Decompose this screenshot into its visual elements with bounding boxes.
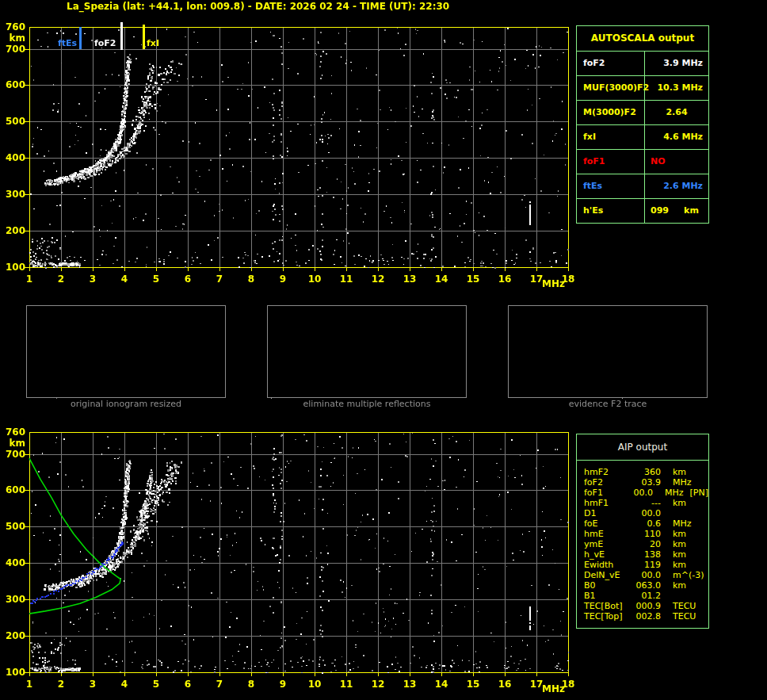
aip-param-value: 110 xyxy=(629,529,661,539)
aip-param-name: foF1 xyxy=(577,488,624,498)
y-tick-label: 300 xyxy=(2,595,25,605)
autoscala-row-value: 099 km xyxy=(645,199,708,223)
aip-param-value: 138 xyxy=(629,549,661,560)
thumbnail-caption-1: original ionogram resized xyxy=(26,400,226,409)
y-tick-label: 600 xyxy=(2,80,25,90)
aip-param-value: 000.9 xyxy=(629,601,661,611)
aip-param-value: 00.0 xyxy=(629,508,661,518)
autoscala-row-label: ftEs xyxy=(577,174,645,198)
aip-row-hme: hmE110km xyxy=(577,529,708,539)
y-tick-label: 200 xyxy=(2,226,25,236)
y-axis-unit-label: km xyxy=(2,438,25,449)
aip-row-ewidth: Ewidth119km xyxy=(577,560,708,570)
x-tick-label: 13 xyxy=(399,679,420,690)
x-tick-label: 16 xyxy=(494,274,515,285)
aip-param-name: Ewidth xyxy=(577,560,629,570)
x-tick-label: 12 xyxy=(368,679,388,690)
autoscala-row-hes: h'Es099 km xyxy=(577,199,708,223)
aip-param-name: h_vE xyxy=(577,549,629,560)
x-tick-label: 7 xyxy=(209,679,230,690)
x-tick-label: 10 xyxy=(304,274,325,285)
aip-param-value: 119 xyxy=(629,560,661,570)
x-tick-label: 4 xyxy=(114,274,135,285)
marker-label-ftes: ftEs xyxy=(58,39,77,48)
aip-param-value: 0.6 xyxy=(629,518,661,529)
aip-row-fof1: foF100.0MHz[PN] xyxy=(577,488,708,498)
aip-param-value: 00.0 xyxy=(629,570,661,580)
x-tick-label: 5 xyxy=(146,679,166,690)
aip-row-tectop: TEC[Top]002.8TECU xyxy=(577,611,708,622)
x-tick-label: 3 xyxy=(82,274,103,285)
aip-param-value: 03.9 xyxy=(629,477,661,488)
aip-param-value: 002.8 xyxy=(629,611,661,622)
y-tick-label: 600 xyxy=(2,485,25,495)
autoscala-row-value: 2.64 xyxy=(645,101,708,124)
x-tick-label: 8 xyxy=(241,679,261,690)
aip-row-hve: h_vE138km xyxy=(577,549,708,560)
x-tick-label: 2 xyxy=(51,274,71,285)
aip-row-d1: D100.0 xyxy=(577,508,708,518)
aip-param-name: foF2 xyxy=(577,477,629,488)
x-tick-label: 9 xyxy=(273,679,293,690)
x-tick-label: 6 xyxy=(177,274,198,285)
x-tick-label: 16 xyxy=(494,679,515,690)
aip-param-name: foE xyxy=(577,518,629,529)
y-tick-label: 100 xyxy=(2,667,25,678)
x-tick-label: 6 xyxy=(177,679,198,690)
aip-param-name: DelN_vE xyxy=(577,570,629,580)
aip-param-name: ymE xyxy=(577,539,629,549)
aip-param-value: 20 xyxy=(629,539,661,549)
aip-param-name: hmF2 xyxy=(577,467,629,477)
autoscala-row-label: foF1 xyxy=(577,150,645,174)
autoscala-row-label: h'Es xyxy=(577,199,645,223)
aip-param-unit: MHz xyxy=(661,518,692,529)
y-axis-unit-label: km xyxy=(2,33,25,44)
aip-param-unit: TECU xyxy=(661,611,696,622)
aip-param-unit: km xyxy=(661,529,686,539)
aip-param-unit: km xyxy=(661,539,686,549)
x-tick-label: 1 xyxy=(19,274,40,285)
aip-param-value: 00.0 xyxy=(624,488,653,498)
aip-param-unit: MHz xyxy=(653,488,684,498)
y-tick-label: 400 xyxy=(2,558,25,568)
autoscala-row-fxi: fxI4.6 MHz xyxy=(577,125,708,150)
aip-param-value: --- xyxy=(629,498,661,508)
aip-param-name: hmF1 xyxy=(577,498,629,508)
thumbnail-caption-3: evidence F2 trace xyxy=(508,400,708,409)
aip-output-table: AIP output hmF2360kmfoF203.9MHzfoF100.0M… xyxy=(576,434,709,629)
x-tick-label: 9 xyxy=(273,274,293,285)
y-tick-label: 100 xyxy=(2,262,25,273)
thumbnail-caption-2: eliminate multiple reflections xyxy=(267,400,467,409)
aip-param-name: B0 xyxy=(577,580,629,591)
aip-row-fof2: foF203.9MHz xyxy=(577,477,708,488)
autoscala-row-value: 10.3 MHz xyxy=(645,76,708,100)
thumbnail-original-ionogram xyxy=(26,305,226,398)
y-tick-label: 700 xyxy=(2,44,25,55)
autoscala-table-rows: foF23.9 MHzMUF(3000)F210.3 MHzM(3000)F22… xyxy=(577,52,708,223)
aip-row-delnve: DelN_vE00.0m^(-3) xyxy=(577,570,708,580)
aip-param-value: 01.2 xyxy=(629,591,661,601)
x-tick-label: 15 xyxy=(463,679,483,690)
aip-row-b0: B0063.0km xyxy=(577,580,708,591)
aip-table-rows: hmF2360kmfoF203.9MHzfoF100.0MHz[PN]hmF1-… xyxy=(577,467,708,622)
autoscala-row-value: 4.6 MHz xyxy=(645,125,708,149)
y-tick-label: 760 xyxy=(2,427,25,438)
autoscala-row-value: 3.9 MHz xyxy=(645,52,708,75)
aip-table-header: AIP output xyxy=(577,434,708,461)
aip-param-unit xyxy=(661,508,673,518)
aip-param-note: [PN] xyxy=(684,488,708,498)
y-tick-label: 200 xyxy=(2,631,25,641)
aip-row-tecbot: TEC[Bot]000.9TECU xyxy=(577,601,708,611)
aip-param-name: D1 xyxy=(577,508,629,518)
y-tick-label: 400 xyxy=(2,153,25,163)
x-tick-label: 7 xyxy=(209,274,230,285)
autoscala-row-m3000f2: M(3000)F22.64 xyxy=(577,101,708,125)
x-axis-unit-label: MHz xyxy=(542,684,565,694)
aip-param-unit: km xyxy=(661,549,686,560)
y-tick-label: 500 xyxy=(2,117,25,127)
y-tick-label: 760 xyxy=(2,22,25,33)
page-title: La_Spezia (lat: +44.1, lon: 009.8) - DAT… xyxy=(67,1,449,12)
aip-param-unit xyxy=(661,591,673,601)
x-tick-label: 12 xyxy=(368,274,388,285)
aip-row-hmf1: hmF1---km xyxy=(577,498,708,508)
